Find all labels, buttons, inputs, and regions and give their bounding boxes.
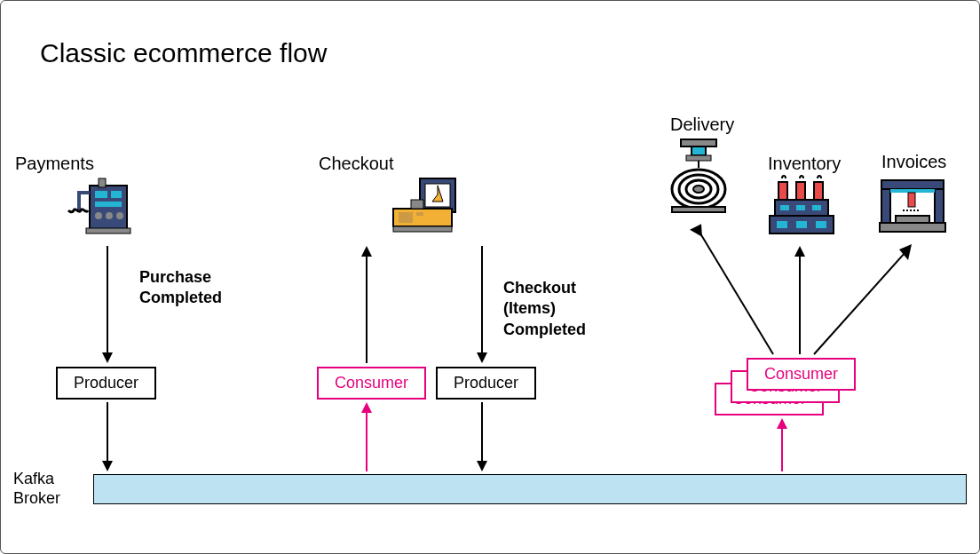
kafka-broker-label: Kafka Broker xyxy=(13,470,60,508)
svg-marker-53 xyxy=(477,461,487,471)
diagram-title: Classic ecommerce flow xyxy=(40,38,327,68)
producer-box-payments: Producer xyxy=(56,367,156,400)
svg-rect-3 xyxy=(95,202,122,207)
svg-rect-28 xyxy=(780,205,789,210)
svg-rect-16 xyxy=(681,139,716,146)
diagram-canvas: Classic ecommerce flow Payments Checkout… xyxy=(0,0,980,554)
svg-rect-35 xyxy=(881,187,890,223)
svg-rect-15 xyxy=(411,200,423,209)
svg-rect-13 xyxy=(416,212,423,216)
svg-rect-29 xyxy=(796,205,805,210)
svg-rect-18 xyxy=(686,155,711,161)
payments-machine-icon xyxy=(63,170,134,241)
svg-rect-1 xyxy=(95,191,107,198)
arrow-producer-to-kafka-2 xyxy=(473,402,491,471)
delivery-reel-icon xyxy=(663,136,734,216)
label-checkout: Checkout xyxy=(319,154,394,174)
svg-marker-45 xyxy=(102,461,113,471)
kafka-broker-bar xyxy=(93,474,967,504)
label-delivery: Delivery xyxy=(670,115,734,135)
svg-rect-14 xyxy=(393,226,452,232)
svg-rect-26 xyxy=(814,182,823,200)
svg-rect-36 xyxy=(935,187,944,223)
arrow-kafka-to-consumers xyxy=(773,418,791,471)
arrow-consumers-to-inventory xyxy=(791,246,809,354)
svg-rect-12 xyxy=(399,212,413,223)
invoices-printer-icon xyxy=(873,170,952,241)
svg-rect-7 xyxy=(86,228,130,233)
svg-rect-25 xyxy=(796,182,805,200)
svg-line-60 xyxy=(814,251,906,354)
arrow-payments-to-producer xyxy=(99,246,116,363)
svg-rect-38 xyxy=(890,189,935,193)
svg-rect-2 xyxy=(111,191,122,198)
producer-box-checkout: Producer xyxy=(436,367,536,400)
svg-rect-37 xyxy=(881,180,944,189)
arrow-producer-to-kafka-1 xyxy=(99,402,116,471)
svg-rect-41 xyxy=(880,223,945,232)
svg-rect-33 xyxy=(796,221,807,228)
checkout-machine-icon xyxy=(384,170,464,241)
consumer-box-stack-1: Consumer xyxy=(747,358,856,391)
arrow-consumers-to-delivery xyxy=(684,223,782,356)
svg-marker-49 xyxy=(361,246,372,257)
svg-rect-24 xyxy=(778,182,787,200)
svg-marker-59 xyxy=(794,246,805,257)
arrow-consumers-to-invoices xyxy=(807,241,922,356)
svg-rect-23 xyxy=(672,207,725,212)
svg-point-5 xyxy=(106,212,113,219)
svg-rect-17 xyxy=(692,146,706,155)
arrow-kafka-to-consumer-1 xyxy=(358,402,375,471)
svg-marker-51 xyxy=(477,352,487,363)
svg-rect-30 xyxy=(812,205,821,210)
svg-rect-34 xyxy=(816,221,826,228)
svg-rect-39 xyxy=(908,193,915,207)
svg-marker-55 xyxy=(777,418,787,429)
event-purchase-completed: Purchase Completed xyxy=(139,267,222,309)
event-checkout-completed: Checkout (Items) Completed xyxy=(503,278,586,340)
arrow-checkout-to-producer xyxy=(473,246,491,363)
arrow-consumer-to-checkout xyxy=(358,246,375,363)
svg-line-56 xyxy=(700,233,773,354)
svg-point-6 xyxy=(116,212,123,219)
svg-marker-47 xyxy=(361,402,372,413)
svg-point-22 xyxy=(693,186,704,193)
svg-marker-43 xyxy=(102,352,113,363)
consumer-box-checkout: Consumer xyxy=(317,367,426,400)
svg-rect-8 xyxy=(99,178,106,187)
svg-marker-57 xyxy=(690,220,707,236)
svg-point-4 xyxy=(95,212,102,219)
